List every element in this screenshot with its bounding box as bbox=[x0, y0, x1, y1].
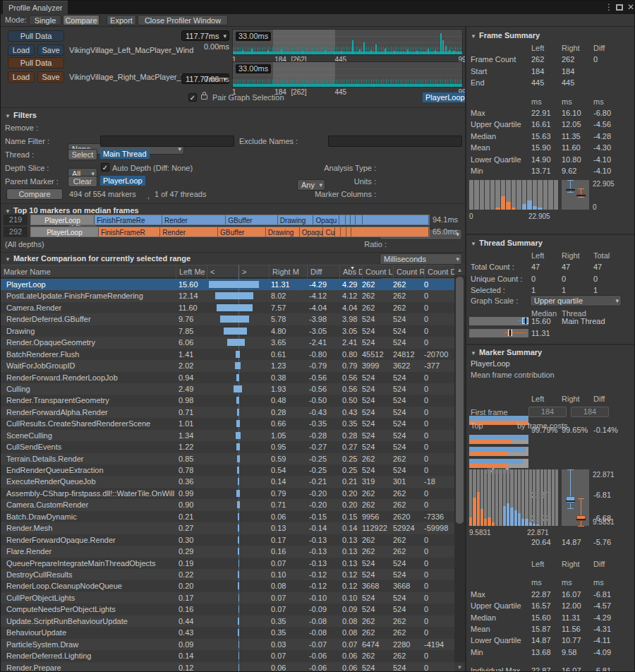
marker-segment[interactable]: Drawing bbox=[278, 215, 314, 224]
column-header-right-m[interactable]: Right M bbox=[269, 265, 307, 279]
compare-button[interactable]: Compare bbox=[6, 188, 63, 200]
scroll-up-icon[interactable]: ▲ bbox=[454, 265, 465, 275]
table-row[interactable]: RenderLoop.CleanupNodeQueue0.200.08-0.12… bbox=[1, 580, 454, 592]
marker-segment[interactable] bbox=[346, 215, 351, 224]
load-right-button[interactable]: Load bbox=[8, 71, 35, 83]
table-scrollbar[interactable]: ▲ ▼ bbox=[454, 265, 465, 672]
table-row[interactable]: RenderDeferred.Lighting0.140.07-0.060.06… bbox=[1, 650, 454, 661]
marker-segment[interactable]: FinishFrameRe bbox=[95, 215, 162, 224]
column-header-diff[interactable]: Diff bbox=[307, 265, 339, 279]
table-row[interactable]: PostLateUpdate.FinishFrameRendering12.14… bbox=[1, 290, 454, 301]
mode-single-button[interactable]: Single bbox=[29, 15, 61, 25]
table-row[interactable]: Render.TransparentGeometry0.980.48-0.500… bbox=[1, 395, 454, 406]
first-frame-left-button[interactable]: 184 bbox=[528, 407, 567, 417]
marker-segment[interactable] bbox=[339, 215, 346, 224]
tab-profile-analyzer[interactable]: Profile Analyzer bbox=[3, 1, 68, 14]
left-scale-dropdown[interactable]: 117.77ms▾ bbox=[181, 30, 229, 41]
marker-segment[interactable]: PlayerLoop bbox=[31, 215, 95, 224]
scroll-down-icon[interactable]: ▼ bbox=[454, 662, 465, 672]
table-row[interactable]: RenderForwardAlpha.Render0.710.28-0.430.… bbox=[1, 407, 454, 418]
table-row[interactable]: ParticleSystem.Draw0.090.03-0.070.076474… bbox=[1, 639, 454, 650]
column-header--[interactable]: > bbox=[238, 265, 269, 279]
thread-usage-track[interactable] bbox=[469, 317, 528, 325]
column-header-left-me[interactable]: Left Me bbox=[176, 265, 207, 279]
close-icon[interactable]: ✕ bbox=[627, 2, 634, 12]
table-row[interactable]: SceneCulling1.341.05-0.280.285245240 bbox=[1, 430, 454, 441]
scrollbar-thumb[interactable] bbox=[456, 277, 464, 524]
table-row[interactable]: CullResults.CreateSharedRendererScene1.0… bbox=[1, 418, 454, 429]
marker-segment[interactable]: GBuffer bbox=[226, 215, 277, 224]
pull-data-right-button[interactable]: Pull Data bbox=[8, 57, 64, 68]
top10-marker-bar[interactable]: PlayerLoopFinishFrameRRenderGBufferDrawi… bbox=[30, 227, 430, 237]
column-header-count-l[interactable]: Count L bbox=[362, 265, 393, 279]
thread-usage-track[interactable] bbox=[469, 329, 528, 337]
close-profiler-window-button[interactable]: Close Profiler Window bbox=[138, 15, 228, 25]
table-row[interactable]: RenderDeferred.GBuffer9.765.78-3.983.985… bbox=[1, 313, 454, 325]
column-header-abs-diff[interactable]: Abs Diff▼ bbox=[339, 265, 362, 279]
table-row[interactable]: Batch.DrawDynamic0.210.06-0.150.15995626… bbox=[1, 511, 454, 522]
exclude-mode-dropdown[interactable]: Any▾ bbox=[297, 179, 325, 191]
table-row[interactable]: Drawing7.854.80-3.053.055245240 bbox=[1, 325, 454, 337]
table-row[interactable]: ComputeNeedsPerObjectLights0.160.07-0.09… bbox=[1, 604, 454, 615]
table-row[interactable]: BatchRenderer.Flush1.410.61-0.800.804551… bbox=[1, 349, 454, 360]
marker-segment[interactable] bbox=[335, 227, 341, 236]
table-row[interactable]: Render.OpaqueGeometry6.063.65-2.412.4152… bbox=[1, 337, 454, 348]
marker-segment[interactable] bbox=[351, 227, 429, 236]
exclude-names-input[interactable] bbox=[328, 136, 462, 147]
left-frame-timeline-graph[interactable]: 33.00ms bbox=[232, 29, 463, 55]
save-right-button[interactable]: Save bbox=[37, 71, 64, 83]
save-left-button[interactable]: Save bbox=[37, 44, 64, 56]
kebab-menu-icon[interactable]: ⋮ bbox=[605, 2, 613, 12]
lock-icon[interactable] bbox=[201, 95, 207, 100]
table-row[interactable]: PlayerLoop15.6011.31-4.294.292622620 bbox=[1, 279, 454, 290]
marker-segment[interactable]: PlayerLoop bbox=[31, 227, 99, 236]
table-row[interactable]: Culling2.491.93-0.560.565245240 bbox=[1, 383, 454, 395]
graph-scale-dropdown[interactable]: Upper quartile▾ bbox=[530, 295, 622, 306]
marker-segment[interactable] bbox=[346, 227, 351, 236]
table-row[interactable]: Update.ScriptRunBehaviourUpdate0.440.35-… bbox=[1, 616, 454, 627]
marker-comparison-header[interactable]: ▼Marker Comparison for currently selecte… bbox=[5, 254, 190, 263]
table-row[interactable]: Assembly-CSharp-firstpass.dll!::WaterTil… bbox=[1, 488, 454, 499]
units-dropdown[interactable]: Milliseconds▾ bbox=[380, 253, 462, 265]
thread-select-button[interactable]: Select bbox=[68, 149, 97, 160]
load-left-button[interactable]: Load bbox=[8, 44, 35, 56]
top10-marker-bar[interactable]: PlayerLoopFinishFrameReRenderGBufferDraw… bbox=[30, 215, 430, 225]
export-button[interactable]: Export bbox=[107, 15, 136, 25]
top10-header[interactable]: ▼Top 10 markers on median frames bbox=[5, 206, 139, 215]
mode-compare-button[interactable]: Compare bbox=[63, 15, 99, 25]
column-header-marker-name[interactable]: Marker Name bbox=[1, 265, 176, 279]
marker-segment[interactable]: Drawing bbox=[266, 227, 300, 236]
marker-segment[interactable] bbox=[341, 227, 346, 236]
column-header-count-r[interactable]: Count R bbox=[393, 265, 424, 279]
table-row[interactable]: RenderForward.RenderLoopJob0.940.38-0.56… bbox=[1, 372, 454, 383]
table-row[interactable]: Camera.Render11.607.57-4.044.042622620 bbox=[1, 302, 454, 313]
table-row[interactable]: Flare.Render0.290.16-0.130.132622620 bbox=[1, 546, 454, 557]
filters-header[interactable]: ▼Filters bbox=[5, 111, 37, 119]
column-header-count-d[interactable]: Count D bbox=[424, 265, 454, 279]
first-frame-right-button[interactable]: 184 bbox=[571, 407, 609, 417]
marker-segment[interactable]: GBuffer bbox=[218, 227, 266, 236]
table-row[interactable]: Render.Mesh0.270.13-0.140.1411292252924-… bbox=[1, 522, 454, 534]
right-frame-timeline-graph[interactable]: 33.00ms bbox=[232, 61, 463, 88]
table-row[interactable]: CullSendEvents1.220.95-0.270.275245240 bbox=[1, 441, 454, 452]
frame-summary-header[interactable]: ▼Frame Summary bbox=[471, 31, 540, 40]
auto-depth-checkbox[interactable]: ✓ bbox=[101, 163, 109, 172]
marker-segment[interactable] bbox=[351, 215, 356, 224]
thread-summary-header[interactable]: ▼Thread Summary bbox=[471, 239, 543, 247]
table-row[interactable]: DestroyCullResults0.220.10-0.120.1252452… bbox=[1, 569, 454, 580]
marker-segment[interactable]: Opaqu bbox=[313, 215, 339, 224]
table-row[interactable]: CullPerObjectLights0.170.07-0.100.105245… bbox=[1, 592, 454, 604]
table-row[interactable]: Render.Prepare0.120.06-0.060.065245240 bbox=[1, 662, 454, 672]
marker-segment[interactable]: Render bbox=[162, 215, 226, 224]
marker-segment[interactable] bbox=[363, 215, 429, 224]
marker-segment[interactable] bbox=[356, 215, 363, 224]
marker-segment[interactable]: Render bbox=[160, 227, 218, 236]
comparison-table-header[interactable]: Marker NameLeft Me<>Right MDiffAbs Diff▼… bbox=[1, 265, 454, 278]
table-row[interactable]: BehaviourUpdate0.430.35-0.080.082622620 bbox=[1, 627, 454, 638]
table-row[interactable]: Camera.CustomRender0.900.71-0.200.202622… bbox=[1, 499, 454, 510]
parent-clear-button[interactable]: Clear bbox=[68, 176, 97, 187]
maximize-icon[interactable] bbox=[616, 4, 623, 11]
marker-segment[interactable]: FinishFrameR bbox=[99, 227, 160, 236]
name-filter-input[interactable] bbox=[100, 136, 234, 147]
column-header--[interactable]: < bbox=[207, 265, 238, 279]
